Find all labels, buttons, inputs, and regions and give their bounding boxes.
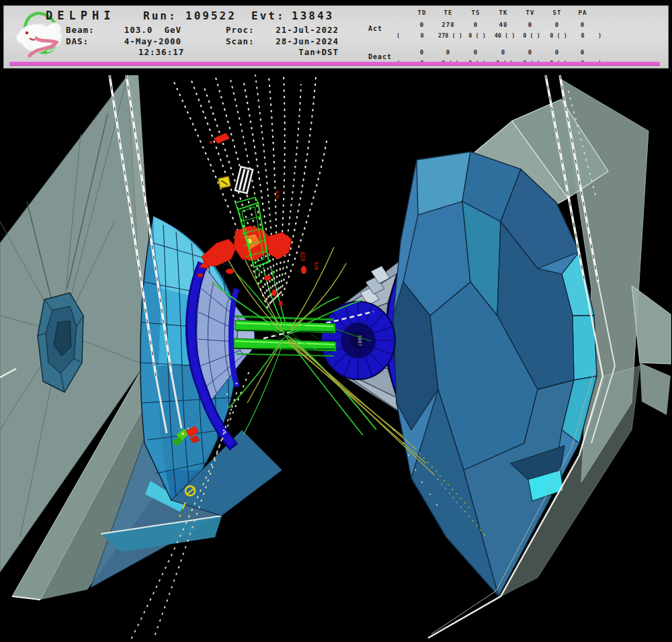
deact-td: 0 [409,49,435,56]
act-row-label: Act [368,25,382,32]
col-header-ts: TS [462,9,489,16]
act-te: 278 [435,21,462,28]
run-label: Run: [143,9,177,22]
act-close-paren: ) [598,32,601,39]
deact-pa: 0 [569,49,596,56]
das-label: DAS: [66,36,89,46]
col-header-tk: TK [490,9,517,16]
deact-st: 0 [544,49,571,56]
event-viewport[interactable]: 1887 [0,71,672,642]
proc-label: Proc: [226,25,255,35]
col-header-te: TE [435,9,462,16]
header-bar: DELPHI Run: 109522 Evt: 13843 Beam: 103.… [0,0,672,71]
hit-label-3: 820 [313,262,319,271]
delphi-event-display: DELPHI Run: 109522 Evt: 13843 Beam: 103.… [0,0,672,642]
yellow-hit-box [218,177,231,189]
deact-tk: 0 [490,49,517,56]
act-sub-te: 278 ( ) [434,32,466,39]
deact-te: 0 [435,49,462,56]
deact-row-label: Deact [368,53,392,60]
hit-label-2: 820 [274,191,280,199]
tpc-endplate-disc: 1887 [321,302,395,379]
hit-label-1: 820 [299,252,305,262]
act-sub-tv: 0 ( ) [517,32,546,39]
proc-value: 21-Jul-2022 [267,25,339,35]
das-value: 4-May-2000 [120,36,181,46]
act-open-paren: ( [396,32,400,39]
act-td: 0 [409,21,435,28]
app-title: DELPHI [46,9,115,22]
run-value: 109522 [185,9,237,22]
beam-value: 103.0 GeV [120,25,181,35]
col-header-pa: PA [569,9,596,16]
act-ts: 0 [462,21,489,28]
evt-label: Evt: [251,9,286,22]
mode-value: Tan+DST [267,47,339,57]
col-header-tv: TV [517,9,544,16]
act-sub-td: 0 [407,32,437,39]
deact-ts: 0 [462,49,489,56]
detector-3d-render: 1887 [0,71,672,642]
col-header-td: TD [409,9,435,16]
act-sub-pa: 0 [569,32,596,39]
evt-value: 13843 [292,9,334,22]
act-st: 0 [544,21,571,28]
hit-energy-labels: 820 820 820 [274,191,319,271]
scan-label: Scan: [226,36,255,46]
act-sub-tk: 40 ( ) [489,32,520,39]
act-tv: 0 [517,21,544,28]
scan-value: 28-Jun-2024 [267,36,339,46]
act-tk: 40 [490,21,517,28]
header-panel: DELPHI Run: 109522 Evt: 13843 Beam: 103.… [3,5,669,68]
white-striped-marker [235,167,253,193]
col-header-st: ST [544,9,571,16]
act-pa: 0 [569,21,596,28]
act-sub-ts: 0 ( ) [462,32,492,39]
magenta-divider [9,62,660,65]
right-endcap: 1887 [321,75,671,638]
beam-label: Beam: [66,25,95,35]
deact-tv: 0 [517,49,544,56]
time-value: 12:36:17 [138,47,184,57]
